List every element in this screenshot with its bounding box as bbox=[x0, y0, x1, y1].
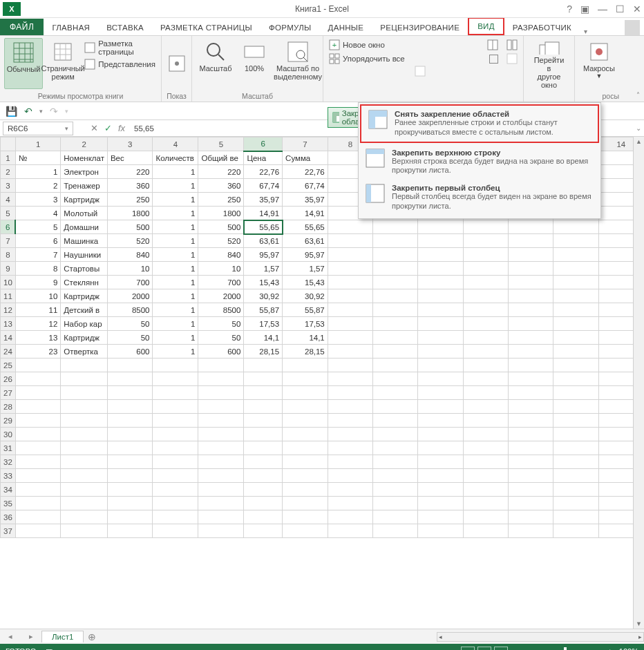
cell[interactable]: 14,91 bbox=[244, 207, 283, 220]
cell[interactable] bbox=[153, 469, 198, 483]
cell[interactable]: 22,76 bbox=[244, 165, 283, 179]
cell[interactable]: 600 bbox=[198, 345, 244, 359]
cell[interactable] bbox=[61, 483, 108, 497]
row-header[interactable]: 27 bbox=[1, 386, 16, 400]
cell[interactable]: 15,43 bbox=[244, 276, 283, 289]
macro-record-icon[interactable]: ▦ bbox=[46, 647, 53, 651]
cell[interactable] bbox=[373, 248, 418, 262]
cell[interactable] bbox=[418, 428, 463, 441]
cell[interactable]: 55,87 bbox=[244, 303, 283, 317]
cell[interactable]: 700 bbox=[107, 276, 153, 289]
collapse-ribbon-icon[interactable]: ˄ bbox=[636, 91, 640, 99]
cell[interactable] bbox=[107, 428, 153, 441]
save-icon[interactable]: 💾 bbox=[6, 106, 17, 117]
row-header[interactable]: 3 bbox=[1, 179, 16, 193]
cell[interactable] bbox=[198, 469, 244, 483]
cell[interactable] bbox=[373, 372, 418, 386]
cell[interactable]: Машинка bbox=[61, 234, 108, 248]
cell[interactable]: 1 bbox=[153, 248, 198, 262]
cell[interactable] bbox=[15, 414, 60, 428]
cell[interactable] bbox=[107, 497, 153, 510]
cell[interactable]: 55,65 bbox=[244, 220, 283, 234]
row-header[interactable]: 2 bbox=[1, 165, 16, 179]
cell[interactable]: 840 bbox=[107, 248, 153, 262]
tab-data[interactable]: ДАННЫЕ bbox=[320, 20, 372, 35]
cell[interactable] bbox=[418, 234, 463, 248]
cell[interactable]: Картридж bbox=[61, 289, 108, 303]
cell[interactable] bbox=[553, 510, 598, 524]
cell[interactable] bbox=[198, 359, 244, 372]
cell[interactable] bbox=[463, 359, 508, 372]
cell[interactable] bbox=[373, 524, 418, 538]
cell[interactable]: 1 bbox=[15, 165, 60, 179]
cell[interactable]: 14,1 bbox=[244, 331, 283, 345]
col-header[interactable]: 6 bbox=[244, 137, 283, 151]
cell[interactable] bbox=[463, 483, 508, 497]
cell[interactable]: 1 bbox=[153, 289, 198, 303]
cell[interactable]: 360 bbox=[107, 179, 153, 193]
minimize-icon[interactable]: — bbox=[598, 3, 607, 15]
cell[interactable] bbox=[244, 400, 283, 414]
cell[interactable]: Набор кар bbox=[61, 317, 108, 331]
cell[interactable] bbox=[418, 276, 463, 289]
cell[interactable] bbox=[553, 345, 598, 359]
cell[interactable]: 840 bbox=[198, 248, 244, 262]
horizontal-scrollbar[interactable]: ◂▸ bbox=[437, 632, 644, 642]
cell[interactable] bbox=[463, 469, 508, 483]
cell[interactable] bbox=[328, 234, 372, 248]
cell[interactable] bbox=[508, 262, 553, 276]
cell[interactable]: Электрон bbox=[61, 165, 108, 179]
col-header[interactable]: 5 bbox=[198, 137, 244, 151]
cell[interactable] bbox=[553, 234, 598, 248]
cell[interactable] bbox=[328, 510, 372, 524]
cell[interactable] bbox=[508, 469, 553, 483]
cell[interactable] bbox=[244, 359, 283, 372]
cell[interactable] bbox=[508, 234, 553, 248]
cell[interactable]: 8500 bbox=[198, 303, 244, 317]
sign-in-avatar-icon[interactable] bbox=[625, 20, 640, 35]
cell[interactable]: 8500 bbox=[107, 303, 153, 317]
row-header[interactable]: 35 bbox=[1, 497, 16, 510]
cell[interactable] bbox=[373, 234, 418, 248]
cell[interactable] bbox=[328, 469, 372, 483]
cell[interactable]: 1 bbox=[153, 220, 198, 234]
zoom-in-icon[interactable]: + bbox=[607, 647, 612, 650]
cell[interactable]: Молотый bbox=[61, 207, 108, 220]
tab-file[interactable]: ФАЙЛ bbox=[0, 19, 44, 35]
cell[interactable] bbox=[198, 428, 244, 441]
cell[interactable] bbox=[418, 359, 463, 372]
cell[interactable] bbox=[15, 372, 60, 386]
cell[interactable] bbox=[15, 386, 60, 400]
row-header[interactable]: 36 bbox=[1, 510, 16, 524]
row-header[interactable]: 11 bbox=[1, 289, 16, 303]
cell[interactable] bbox=[508, 248, 553, 262]
cell[interactable] bbox=[328, 331, 372, 345]
cell[interactable] bbox=[107, 469, 153, 483]
cell[interactable]: 55,65 bbox=[283, 220, 328, 234]
cell[interactable] bbox=[283, 455, 328, 469]
row-header[interactable]: 25 bbox=[1, 359, 16, 372]
cell[interactable] bbox=[463, 372, 508, 386]
cell[interactable]: Картридж bbox=[61, 193, 108, 207]
zoom-100-button[interactable]: 100% bbox=[235, 38, 274, 89]
view-break-status-icon[interactable] bbox=[494, 647, 508, 650]
cell[interactable] bbox=[553, 483, 598, 497]
cell[interactable] bbox=[61, 428, 108, 441]
cell[interactable]: № bbox=[15, 151, 60, 165]
cell[interactable] bbox=[283, 386, 328, 400]
cell[interactable] bbox=[508, 303, 553, 317]
cell[interactable] bbox=[244, 497, 283, 510]
cell[interactable] bbox=[508, 372, 553, 386]
cell[interactable] bbox=[418, 455, 463, 469]
row-header[interactable]: 4 bbox=[1, 193, 16, 207]
cell[interactable] bbox=[373, 483, 418, 497]
cell[interactable]: 1 bbox=[153, 276, 198, 289]
cell[interactable] bbox=[373, 262, 418, 276]
row-header[interactable]: 28 bbox=[1, 400, 16, 414]
ribbon-display-icon[interactable]: ▣ bbox=[580, 3, 589, 15]
cell[interactable] bbox=[508, 317, 553, 331]
cell[interactable] bbox=[418, 441, 463, 455]
cell[interactable] bbox=[107, 510, 153, 524]
row-header[interactable]: 5 bbox=[1, 207, 16, 220]
tab-page-layout[interactable]: РАЗМЕТКА СТРАНИЦЫ bbox=[152, 20, 261, 35]
